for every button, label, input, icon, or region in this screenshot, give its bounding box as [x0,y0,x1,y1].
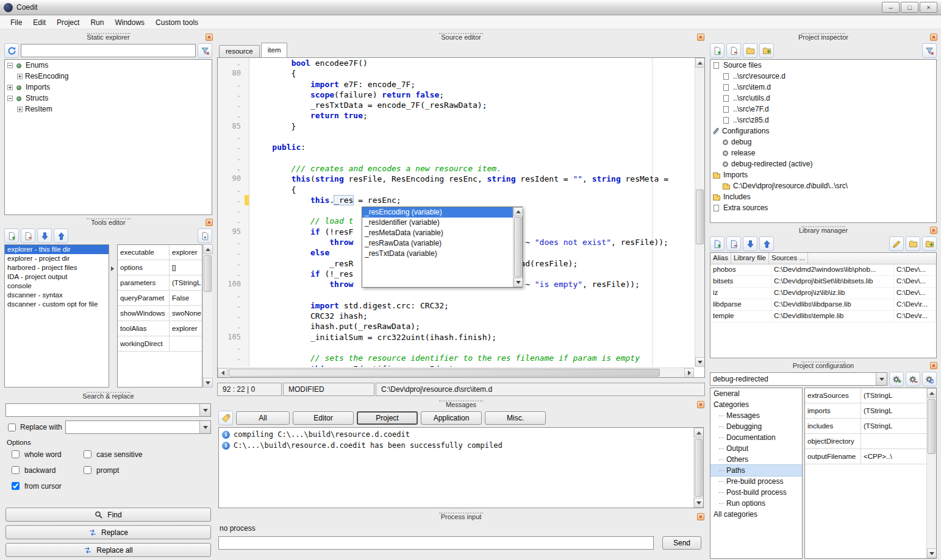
tool-list-item[interactable]: explorer - this file dir [5,245,109,254]
category-item[interactable]: General [710,388,802,399]
search-option-checkbox[interactable] [84,450,91,458]
completion-item[interactable]: _resRawData (variable) [362,238,513,249]
message-row[interactable]: i C:\...\build\resource.d.coedit has bee… [219,440,693,451]
completion-scrollbar[interactable] [513,207,522,287]
scroll-right-button[interactable] [684,368,694,378]
search-option-checkbox[interactable] [12,450,20,458]
tree-node[interactable]: ..\src\utils.d [710,93,936,104]
tree-node[interactable]: ..\src\item.d [710,82,936,93]
property-row[interactable]: outputFilename <CPP>..\ [805,449,926,464]
remove-source-button[interactable] [726,43,741,58]
project-configuration-header[interactable]: Project configuration × [709,361,938,370]
property-row[interactable]: executable explorer [118,245,202,260]
library-row[interactable]: temple C:\Dev\dlibs\temple.lib C:\Dev\r.… [710,311,936,322]
close-button[interactable]: × [920,2,937,13]
property-value[interactable]: swoNone [170,310,202,317]
configuration-selector-value[interactable]: debug-redirected [710,373,876,385]
message-tag-button[interactable] [218,411,233,425]
category-item[interactable]: Pre-build process [710,476,802,487]
scroll-down-button[interactable] [513,278,523,287]
message-filter-button[interactable]: All [236,411,290,425]
panel-close-button[interactable]: × [206,219,213,226]
dropdown-button[interactable] [199,421,210,433]
static-explorer-header[interactable]: Static explorer × [3,32,213,42]
completion-item[interactable]: _resEncoding (variable) [362,207,513,218]
panel-close-button[interactable]: × [206,34,213,41]
library-row[interactable]: libdparse C:\Dev\dlibs\libdparse.lib C:\… [710,299,936,311]
property-row[interactable]: options [] [118,260,202,275]
expander-icon[interactable] [7,85,13,90]
find-button[interactable]: Find [5,508,211,522]
tree-node[interactable]: Imports [710,169,936,180]
tree-node[interactable]: Extra sources [710,202,936,213]
tool-list-item[interactable]: harbored - project files [5,263,109,272]
tree-node[interactable]: C:\Dev\dproj\resource.d\build\..\src\ [710,180,936,191]
property-row[interactable]: showWindows swoNone [118,306,202,321]
menu-item[interactable]: File [5,16,27,29]
property-row[interactable]: toolAlias explorer [118,321,202,336]
move-tool-down-button[interactable] [37,229,52,243]
add-tool-button[interactable] [4,229,19,243]
expander-icon[interactable] [7,96,13,101]
send-button[interactable]: Send [662,536,701,550]
tree-node[interactable]: ..\src\z85.d [710,115,936,126]
panel-close-button[interactable]: × [930,362,937,369]
menu-item[interactable]: Run [85,16,109,29]
category-item[interactable]: Messages [710,410,802,421]
expander-icon[interactable] [17,107,23,112]
tree-node[interactable]: release [710,147,936,158]
property-row[interactable]: objectDirectory [805,434,926,449]
scroll-down-button[interactable] [927,548,937,558]
tool-list-item[interactable]: dscanner - syntax [5,291,109,300]
search-option[interactable]: whole word [9,448,81,460]
replace-all-button[interactable]: Replace all [5,543,211,557]
clear-filter-button[interactable] [198,43,212,58]
add-library-button[interactable] [710,236,725,251]
dropdown-button[interactable] [876,373,887,385]
open-library-file-button[interactable] [906,236,920,251]
category-item[interactable]: Post-build process [710,487,802,498]
tree-node[interactable]: Configurations [710,126,936,136]
library-row[interactable]: phobos C:\Dev\dmd2\windows\lib\phob... C… [710,264,936,276]
property-value[interactable]: (TStringL [861,422,926,430]
search-option[interactable]: from cursor [9,480,81,492]
panel-close-button[interactable]: × [930,227,937,234]
replace-with-checkbox-label[interactable]: Replace with [5,422,62,433]
remove-configuration-button[interactable] [906,372,920,386]
panel-close-button[interactable]: × [697,34,704,41]
tool-list-item[interactable]: IDA - project output [5,272,109,282]
menu-item[interactable]: Custom tools [150,16,204,29]
category-item[interactable]: Documentation [710,432,802,443]
tree-node[interactable]: Enums [5,60,212,71]
category-item[interactable]: Debugging [710,421,802,432]
tree-node[interactable]: ..\src\resource.d [710,71,936,82]
tool-list-item[interactable]: console [5,282,109,291]
column-header[interactable]: Sources ... [769,253,808,264]
scroll-up-button[interactable] [203,244,213,254]
replace-combo-value[interactable] [66,421,199,433]
library-manager-header[interactable]: Library manager × [709,225,938,235]
add-library-folder-button[interactable] [922,236,937,251]
remove-library-button[interactable] [726,236,741,251]
tools-grid-scrollbar[interactable] [202,244,212,388]
panel-close-button[interactable]: × [930,34,937,41]
expander-icon[interactable] [17,74,23,79]
edit-library-button[interactable] [889,236,904,251]
scroll-up-button[interactable] [695,58,705,68]
tree-node[interactable]: Structs [5,93,212,104]
library-row[interactable]: bitsets C:\Dev\dproj\bitSet\lib\bitsets.… [710,276,936,288]
editor-vertical-scrollbar[interactable] [695,58,704,367]
menu-item[interactable]: Project [51,16,85,29]
run-tool-button[interactable] [198,229,212,243]
process-input-field[interactable] [218,536,654,550]
move-library-up-button[interactable] [759,236,774,251]
library-row[interactable]: iz C:\Dev\dproj\iz\lib\iz.lib C:\Dev\... [710,288,936,299]
tool-list-item[interactable]: dscanner - custom opt for file [5,300,109,309]
property-value[interactable]: (TStringL [861,407,926,414]
property-row[interactable]: parameters (TStringL [118,275,202,291]
add-folder-button[interactable] [759,43,774,58]
category-item[interactable]: All categories [710,509,802,520]
configuration-grid-scrollbar[interactable] [926,388,936,558]
completion-item[interactable]: _resTxtData (variable) [362,249,513,259]
panel-close-button[interactable]: × [697,401,704,408]
